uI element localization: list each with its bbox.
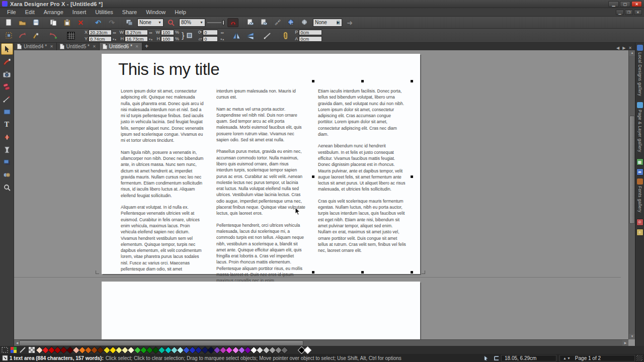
freehand-brush-tool[interactable] — [1, 56, 13, 67]
menu-edit[interactable]: Edit — [25, 9, 35, 15]
color-swatch[interactable] — [232, 347, 239, 353]
snapped-indicator-icon[interactable] — [493, 355, 500, 361]
image-gallery-icon[interactable]: ▦ — [636, 158, 643, 165]
horizontal-scrollbar[interactable]: ◀ ▶ — [14, 339, 628, 346]
web-properties-icon[interactable] — [286, 18, 297, 27]
color-swatch[interactable] — [128, 347, 135, 353]
text-tool[interactable]: T — [1, 119, 13, 130]
color-swatch[interactable] — [67, 347, 73, 353]
scroll-up-icon[interactable]: ▲ — [629, 50, 635, 56]
text-column-2[interactable]: interdum ipsum malesuada non. Mauris id … — [216, 88, 305, 290]
photo-tool[interactable] — [1, 68, 13, 80]
color-swatch[interactable] — [263, 347, 270, 353]
selection-handle[interactable] — [411, 175, 413, 178]
stroke-dropdown[interactable]: None▶ — [313, 19, 342, 27]
zoom-slider[interactable] — [207, 20, 224, 25]
tab-close-icon[interactable]: ✕ — [50, 44, 53, 49]
color-editor-icon[interactable] — [10, 347, 17, 353]
scroll-down-icon[interactable]: ▼ — [629, 334, 635, 339]
open-icon[interactable] — [17, 18, 28, 27]
anchor-paperclip-icon[interactable] — [280, 31, 291, 40]
copy-icon[interactable] — [48, 18, 59, 27]
x-field[interactable]: 20.23cm — [89, 30, 112, 35]
document-title-text[interactable]: This is my title — [118, 60, 219, 79]
menu-arrange[interactable]: Arrange — [44, 9, 63, 15]
color-swatch[interactable] — [104, 347, 110, 353]
angle-constraint-icon[interactable] — [262, 31, 273, 40]
rotate-field[interactable]: 0 — [203, 30, 218, 35]
h-spinner[interactable]: ▾▴ — [148, 37, 154, 41]
color-swatch[interactable] — [60, 347, 67, 353]
style-dropdown[interactable]: None▼ — [137, 19, 164, 27]
a-field[interactable]: 0cm — [299, 36, 322, 42]
color-swatch[interactable] — [305, 347, 311, 353]
color-swatch[interactable] — [158, 347, 165, 353]
y-field[interactable]: 0.74cm — [89, 36, 112, 42]
selection-handle[interactable] — [312, 271, 314, 274]
menu-window[interactable]: Window — [146, 9, 166, 15]
bitmap-fill-icon[interactable] — [28, 347, 35, 353]
tab-close-icon[interactable]: ✕ — [93, 44, 96, 49]
new-tab-button[interactable]: + — [142, 43, 151, 50]
scale-line-widths-icon[interactable] — [30, 31, 41, 40]
text-column-3[interactable]: Etiam iaculis interdum facilisis. Donec … — [318, 88, 407, 259]
page-1[interactable]: This is my title Lorem ipsum dolor sit a… — [102, 54, 420, 274]
w-spinner[interactable]: ◂▸ — [148, 31, 154, 34]
color-swatch[interactable] — [257, 347, 263, 353]
y-spinner[interactable]: ▾▴ — [112, 37, 118, 41]
page-layer-gallery[interactable]: Page & Layer gallery — [637, 102, 643, 152]
tab-scroll-left-icon[interactable]: ◀ — [616, 46, 619, 50]
lock-aspect-icon[interactable] — [185, 31, 193, 40]
menu-share[interactable]: Share — [122, 9, 137, 15]
menu-insert[interactable]: Insert — [72, 9, 87, 15]
save-icon[interactable] — [30, 18, 41, 27]
canvas[interactable]: This is my title Lorem ipsum dolor sit a… — [14, 50, 635, 346]
color-swatch[interactable] — [165, 347, 172, 353]
tab-scroll-right-icon[interactable]: ▶ — [622, 46, 625, 50]
tab-untitled4[interactable]: Untitled4 *✕ — [14, 43, 57, 50]
zoom-tool-icon[interactable] — [166, 18, 177, 27]
menu-file[interactable]: File — [7, 9, 16, 15]
erase-tool[interactable] — [1, 81, 13, 93]
menu-help[interactable]: Help — [175, 9, 186, 15]
selection-handle[interactable] — [361, 80, 364, 82]
page-up-down-icons[interactable]: ▲▼ — [563, 356, 571, 360]
w-field[interactable]: 8.27cm — [125, 30, 148, 35]
color-swatch[interactable] — [202, 347, 208, 353]
doc-minimize-button[interactable]: ▁ — [616, 10, 624, 15]
text-column-1[interactable]: Lorem ipsum dolor sit amet, consectetur … — [121, 88, 205, 278]
selection-handle[interactable] — [312, 80, 314, 82]
selection-handle[interactable] — [361, 271, 364, 274]
color-swatch[interactable] — [196, 347, 202, 353]
share-gallery-icon[interactable]: ➦ — [636, 168, 643, 175]
apply-arrow-icon[interactable]: ➜ — [344, 18, 355, 27]
color-swatch[interactable] — [281, 347, 288, 353]
selection-handle[interactable] — [411, 80, 413, 82]
x-spinner[interactable]: ◂▸ — [112, 31, 118, 34]
p-field[interactable]: 0cm — [299, 30, 322, 35]
rotate-mode-icon[interactable] — [17, 31, 28, 40]
menu-utilities[interactable]: Utilities — [95, 9, 113, 15]
clipart-gallery-icon[interactable]: ☺ — [636, 219, 643, 226]
page-2[interactable] — [102, 282, 420, 346]
grid-icon[interactable] — [65, 31, 76, 40]
skew-field[interactable]: 0 — [203, 36, 218, 42]
fill-tool[interactable] — [1, 131, 13, 143]
tab-untitled6[interactable]: Untitled6 *✕ — [100, 43, 142, 50]
export-window-icon[interactable] — [124, 18, 135, 27]
preview-page-icon[interactable] — [245, 18, 256, 27]
no-color-swatch[interactable] — [1, 347, 8, 353]
blend-tool[interactable] — [1, 169, 13, 180]
vertical-scroll-thumb[interactable] — [629, 116, 635, 224]
flip-horizontal-icon[interactable] — [231, 31, 242, 40]
selector-tool[interactable] — [1, 43, 13, 55]
selection-handle[interactable] — [312, 175, 314, 178]
doc-restore-button[interactable]: ❐ — [625, 10, 633, 15]
doc-close-button[interactable]: ✕ — [634, 10, 642, 15]
tab-close-icon[interactable]: ✕ — [628, 46, 632, 50]
color-swatch[interactable] — [226, 347, 233, 353]
page-indicator[interactable]: ▲▼ Page 1 of 2 — [559, 355, 635, 361]
redo-transform-icon[interactable] — [48, 31, 59, 40]
line-color-icon[interactable] — [19, 347, 26, 353]
zoom-level-dropdown[interactable]: 80%▼ — [179, 19, 205, 27]
